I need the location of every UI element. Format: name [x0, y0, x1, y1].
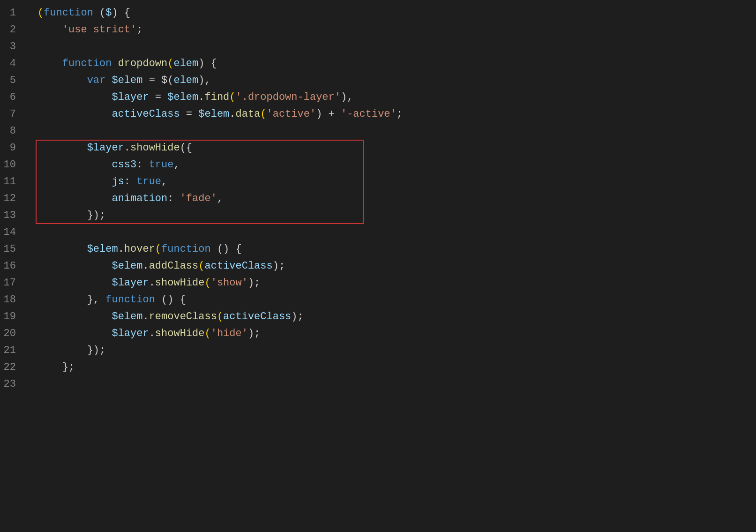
- line-number-2: 2: [0, 22, 23, 38]
- token: function: [44, 5, 93, 21]
- token: (: [167, 55, 173, 72]
- code-line-15: $elem.hover(function () {: [37, 241, 756, 258]
- line-number-10: 10: [0, 157, 23, 173]
- token: (: [204, 325, 210, 342]
- token: ({: [180, 140, 192, 156]
- code-line-17: $layer.showHide('show');: [37, 275, 756, 292]
- code-line-7: activeClass = $elem.data('active') + '-a…: [37, 106, 756, 123]
- token: .: [149, 275, 155, 291]
- token: addClass: [149, 258, 199, 274]
- code-line-22: };: [37, 359, 756, 376]
- token: (: [155, 241, 161, 257]
- code-line-20: $layer.showHide('hide');: [37, 325, 756, 342]
- token: $(: [161, 72, 173, 89]
- lines-container: (function ($) { 'use strict'; function d…: [37, 5, 756, 393]
- token: (: [260, 106, 266, 122]
- line-number-11: 11: [0, 173, 23, 190]
- line-number-23: 23: [0, 376, 23, 393]
- token: $elem: [198, 106, 229, 122]
- token: 'show': [211, 275, 248, 291]
- token: () {: [155, 292, 186, 308]
- line-number-12: 12: [0, 190, 23, 207]
- line-number-22: 22: [0, 359, 23, 376]
- code-line-4: function dropdown(elem) {: [37, 55, 756, 72]
- code-editor: 1234567891011121314151617181920212223 (f…: [0, 0, 756, 532]
- code-line-3: [37, 38, 756, 55]
- token: },: [87, 292, 106, 308]
- line-number-8: 8: [0, 123, 23, 140]
- token: $elem: [112, 72, 142, 89]
- token: $layer: [112, 325, 149, 342]
- line-number-21: 21: [0, 342, 23, 359]
- token: [37, 241, 87, 257]
- token: });: [87, 207, 106, 224]
- code-line-18: }, function () {: [37, 292, 756, 308]
- token: hover: [124, 241, 155, 257]
- token: .: [198, 89, 204, 105]
- line-number-17: 17: [0, 275, 23, 292]
- token: activeClass: [223, 308, 291, 325]
- code-line-10: css3: true,: [37, 157, 756, 173]
- code-line-2: 'use strict';: [37, 22, 756, 38]
- token: :: [167, 190, 180, 207]
- token: (: [204, 275, 210, 291]
- token: 'active': [267, 106, 316, 122]
- line-number-4: 4: [0, 55, 23, 72]
- code-content: (function ($) { 'use strict'; function d…: [33, 5, 756, 527]
- token: [37, 55, 62, 72]
- line-number-7: 7: [0, 106, 23, 123]
- token: ) {: [198, 55, 217, 72]
- token: [37, 72, 87, 89]
- line-number-19: 19: [0, 308, 23, 325]
- token: showHide: [130, 140, 180, 156]
- token: [112, 55, 118, 72]
- line-number-13: 13: [0, 207, 23, 224]
- line-number-18: 18: [0, 292, 23, 308]
- token: .: [142, 308, 149, 325]
- token: .: [229, 106, 235, 122]
- token: [37, 22, 62, 38]
- line-number-1: 1: [0, 5, 23, 22]
- code-line-8: [37, 123, 756, 140]
- token: dropdown: [118, 55, 168, 72]
- line-number-15: 15: [0, 241, 23, 258]
- line-number-20: 20: [0, 325, 23, 342]
- token: $layer: [87, 140, 124, 156]
- token: css3: [112, 157, 136, 173]
- token: );: [273, 258, 285, 274]
- token: (: [37, 5, 44, 21]
- token: ;: [397, 106, 403, 122]
- token: [37, 275, 112, 291]
- token: [37, 157, 112, 173]
- token: );: [291, 308, 303, 325]
- token: showHide: [155, 275, 205, 291]
- line-number-6: 6: [0, 89, 23, 106]
- code-line-11: js: true,: [37, 173, 756, 190]
- token: [37, 292, 87, 308]
- token: data: [236, 106, 261, 122]
- token: find: [204, 89, 229, 105]
- line-number-9: 9: [0, 140, 23, 157]
- token: ;: [136, 22, 142, 38]
- token: (: [93, 5, 105, 21]
- token: animation: [112, 190, 167, 207]
- token: =: [149, 89, 168, 105]
- token: (: [198, 258, 204, 274]
- token: [105, 72, 112, 89]
- token: .: [142, 258, 149, 274]
- token: :: [136, 157, 149, 173]
- token: function: [105, 292, 155, 308]
- token: showHide: [155, 325, 205, 342]
- token: 'hide': [211, 325, 248, 342]
- token: [37, 308, 112, 325]
- token: (: [217, 308, 223, 325]
- code-line-14: [37, 224, 756, 241]
- token: var: [87, 72, 106, 89]
- token: [37, 342, 87, 359]
- code-line-1: (function ($) {: [37, 5, 756, 22]
- code-line-23: [37, 376, 756, 393]
- line-number-16: 16: [0, 258, 23, 275]
- token: =: [142, 72, 161, 89]
- token: () {: [211, 241, 242, 257]
- line-number-5: 5: [0, 72, 23, 89]
